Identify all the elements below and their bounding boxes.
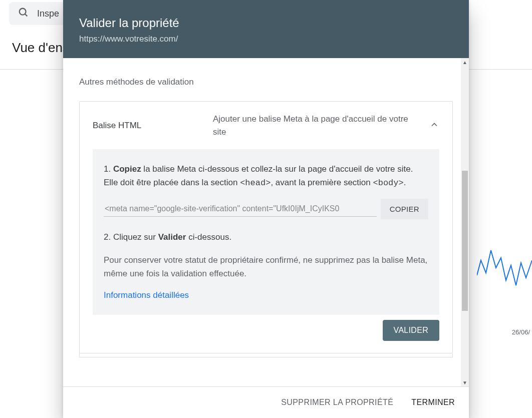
done-button[interactable]: TERMINER bbox=[411, 398, 455, 407]
scroll-up-arrow-icon[interactable]: ▲ bbox=[461, 58, 469, 66]
keep-verification-note: Pour conserver votre statut de propriéta… bbox=[104, 253, 428, 280]
scroll-down-arrow-icon[interactable]: ▼ bbox=[461, 378, 469, 386]
meta-tag-input[interactable] bbox=[104, 201, 377, 217]
method-description: Ajouter une balise Meta à la page d'accu… bbox=[213, 113, 419, 138]
delete-property-button[interactable]: SUPPRIMER LA PROPRIÉTÉ bbox=[281, 398, 393, 407]
chevron-up-icon[interactable] bbox=[429, 120, 439, 132]
section-label: Autres méthodes de validation bbox=[79, 77, 453, 87]
step-1-text: 1. Copiez la balise Meta ci-dessous et c… bbox=[104, 162, 428, 190]
scrollbar[interactable]: ▲ ▼ bbox=[461, 58, 469, 386]
modal-footer: SUPPRIMER LA PROPRIÉTÉ TERMINER bbox=[63, 386, 469, 418]
scroll-thumb[interactable] bbox=[462, 171, 468, 311]
card-body: 1. Copiez la balise Meta ci-dessous et c… bbox=[93, 149, 439, 315]
details-link[interactable]: Informations détaillées bbox=[104, 288, 189, 302]
modal-title: Valider la propriété bbox=[79, 16, 453, 30]
modal-overlay: Valider la propriété https://www.votresi… bbox=[0, 0, 532, 418]
next-card-peek bbox=[79, 353, 453, 357]
modal-body: Autres méthodes de validation Balise HTM… bbox=[63, 58, 469, 386]
copy-button[interactable]: COPIER bbox=[381, 199, 428, 219]
step-2-text: 2. Cliquez sur Valider ci-dessous. bbox=[104, 230, 428, 244]
card-header[interactable]: Balise HTML Ajouter une balise Meta à la… bbox=[80, 102, 452, 149]
meta-tag-row: COPIER bbox=[104, 199, 428, 219]
verify-property-modal: Valider la propriété https://www.votresi… bbox=[63, 0, 469, 418]
method-name: Balise HTML bbox=[93, 121, 203, 131]
modal-subtitle: https://www.votresite.com/ bbox=[79, 34, 453, 44]
modal-header: Valider la propriété https://www.votresi… bbox=[63, 0, 469, 58]
card-actions: VALIDER bbox=[80, 315, 452, 353]
validate-button[interactable]: VALIDER bbox=[383, 320, 439, 341]
html-tag-card: Balise HTML Ajouter une balise Meta à la… bbox=[79, 101, 453, 353]
